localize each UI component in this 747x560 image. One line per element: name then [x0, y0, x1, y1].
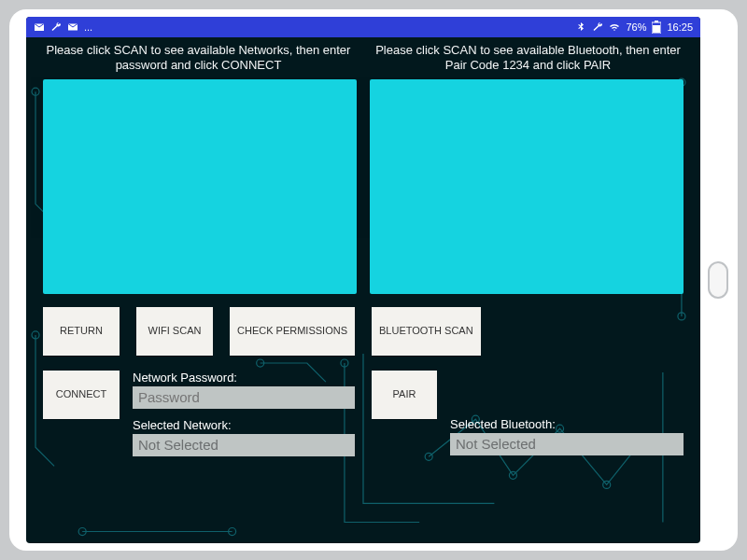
- wifi-instruction: Please click SCAN to see available Netwo…: [43, 43, 354, 74]
- button-row-2: CONNECT Network Password: Selected Netwo…: [43, 371, 684, 456]
- status-right: 76% 16:25: [575, 21, 693, 34]
- selected-network-label: Selected Network:: [133, 418, 355, 432]
- svg-rect-16: [653, 25, 660, 33]
- scan-panels: [43, 79, 684, 294]
- mail-icon: [34, 21, 45, 33]
- selected-network-value: Not Selected: [133, 434, 355, 456]
- pair-button[interactable]: PAIR: [372, 371, 437, 419]
- status-left: ...: [34, 21, 92, 33]
- selected-bluetooth-value: Not Selected: [450, 433, 684, 455]
- wifi-icon: [609, 21, 620, 33]
- content: Please click SCAN to see available Netwo…: [26, 37, 700, 543]
- selected-bluetooth-block: Selected Bluetooth: Not Selected: [450, 417, 684, 455]
- network-password-block: Network Password:: [133, 371, 355, 409]
- network-password-label: Network Password:: [133, 371, 355, 385]
- mail-icon-2: [67, 21, 78, 33]
- network-password-input[interactable]: [133, 386, 355, 409]
- selected-bluetooth-label: Selected Bluetooth:: [450, 417, 684, 431]
- return-button[interactable]: RETURN: [43, 307, 120, 356]
- instructions-row: Please click SCAN to see available Netwo…: [43, 43, 684, 74]
- status-bar: ... 76% 16:25: [26, 17, 700, 37]
- battery-text: 76%: [626, 21, 646, 33]
- battery-icon: [652, 21, 661, 34]
- screen: ... 76% 16:25 Please: [26, 17, 700, 543]
- tablet-frame: ... 76% 16:25 Please: [9, 9, 738, 551]
- bluetooth-icon: [575, 21, 586, 33]
- wifi-scan-results-panel[interactable]: [43, 79, 357, 294]
- wrench-status-icon: [592, 21, 603, 33]
- bluetooth-scan-button[interactable]: BLUETOOTH SCAN: [372, 307, 481, 356]
- selected-network-block: Selected Network: Not Selected: [133, 418, 355, 456]
- bluetooth-instruction: Please click SCAN to see available Bluet…: [373, 43, 684, 74]
- wrench-icon: [50, 21, 62, 33]
- tablet-home-button[interactable]: [708, 261, 728, 299]
- wifi-scan-button[interactable]: WIFI SCAN: [136, 307, 213, 356]
- check-permissions-button[interactable]: CHECK PERMISSIONS: [230, 307, 355, 356]
- clock: 16:25: [667, 21, 693, 33]
- bluetooth-scan-results-panel[interactable]: [370, 79, 684, 294]
- connect-button[interactable]: CONNECT: [43, 371, 120, 419]
- status-ellipsis: ...: [84, 21, 92, 33]
- button-row-1: RETURN WIFI SCAN CHECK PERMISSIONS BLUET…: [43, 307, 684, 356]
